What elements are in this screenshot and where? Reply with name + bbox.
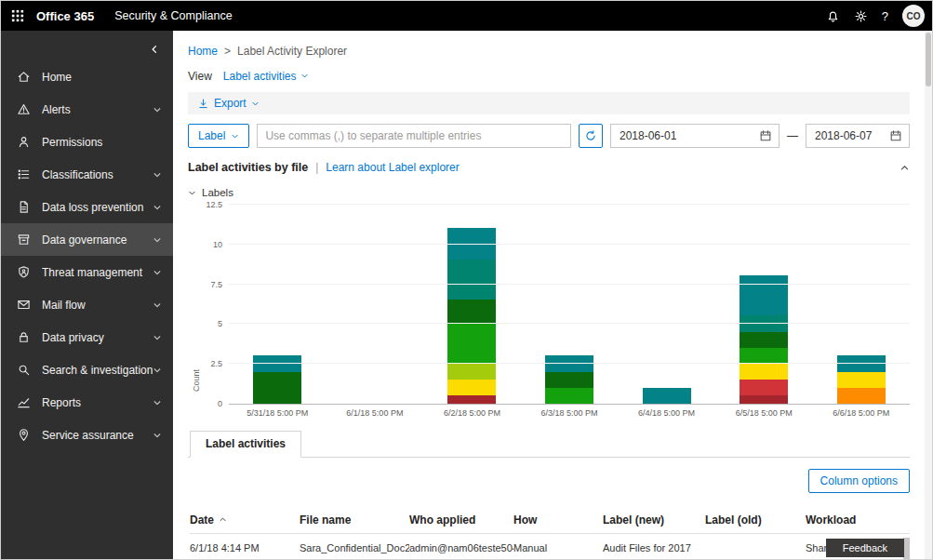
export-label: Export (214, 97, 247, 110)
bar-segment-teal[interactable] (643, 388, 691, 404)
label-filter-dropdown[interactable]: Label (188, 124, 249, 148)
sidebar-item-label: Data governance (42, 233, 153, 247)
sidebar-item-data-loss-prevention[interactable]: Data loss prevention (1, 191, 173, 223)
sidebar-item-search-investigation[interactable]: Search & investigation (1, 353, 173, 386)
sidebar-item-reports[interactable]: Reports (1, 386, 173, 419)
sidebar-item-label: Data privacy (42, 331, 153, 344)
section-divider: | (315, 161, 318, 174)
bar-segment-teal[interactable] (740, 275, 788, 315)
column-header-workload[interactable]: Workload (806, 513, 910, 527)
labels-toggle-label: Labels (202, 187, 233, 198)
options-row: Column options (188, 469, 910, 493)
settings-gear-icon[interactable] (854, 9, 868, 23)
bar-segment-dark-green[interactable] (740, 332, 788, 348)
sidebar-item-alerts[interactable]: Alerts (1, 93, 173, 126)
table-scrollbar[interactable] (903, 538, 910, 559)
view-dropdown[interactable]: Label activities (223, 70, 309, 83)
column-header-label: How (513, 513, 537, 527)
view-selected-value: Label activities (223, 70, 297, 83)
notifications-bell-icon[interactable] (826, 9, 840, 23)
labels-toggle[interactable]: Labels (188, 186, 910, 199)
bar-segment-dark-green[interactable] (545, 372, 593, 388)
bar-group (812, 205, 910, 404)
bar-segment-orange[interactable] (837, 388, 886, 404)
sidebar-item-label: Threat management (42, 266, 153, 279)
bar-segment-green[interactable] (545, 388, 593, 404)
breadcrumb: Home > Label Activity Explorer (188, 44, 910, 58)
refresh-button[interactable] (579, 124, 603, 148)
bar-segment-green[interactable] (740, 348, 788, 364)
sidebar-item-threat-management[interactable]: Threat management (1, 256, 173, 288)
table-row[interactable]: 6/1/18 4:14 PMSara_Confidential_Doc2 - .… (190, 534, 910, 559)
x-axis-labels: 5/31/18 5:00 PM6/1/18 5:00 PM6/2/18 5:00… (229, 408, 910, 420)
bar-segment-yellow[interactable] (837, 372, 886, 388)
bar-segment-sea-green[interactable] (447, 260, 496, 300)
chevron-down-icon (153, 431, 162, 440)
sidebar-item-home[interactable]: Home (1, 60, 173, 93)
export-button[interactable]: Export (197, 97, 260, 110)
column-header-label: Label (old) (705, 513, 762, 527)
sidebar-collapse-row (1, 31, 173, 60)
sidebar-item-permissions[interactable]: Permissions (1, 126, 173, 158)
chevron-down-icon (231, 132, 239, 140)
learn-about-label-explorer-link[interactable]: Learn about Label explorer (326, 161, 459, 174)
gridline (229, 244, 910, 245)
start-date-picker[interactable]: 2018-06-01 (610, 124, 780, 148)
calendar-icon[interactable] (759, 129, 772, 142)
bar-segment-dark-red[interactable] (447, 395, 496, 404)
assurance-pin-icon (17, 428, 31, 442)
sidebar-item-mail-flow[interactable]: Mail flow (1, 288, 173, 321)
calendar-icon[interactable] (889, 129, 902, 142)
bar-segment-dark-red[interactable] (740, 395, 788, 404)
bar-segment-yellow[interactable] (447, 380, 496, 395)
user-avatar[interactable]: CO (902, 5, 925, 27)
column-header-file-name[interactable]: File name (300, 513, 409, 527)
column-header-label-old[interactable]: Label (old) (705, 513, 806, 527)
help-button[interactable]: ? (882, 9, 888, 23)
end-date-picker[interactable]: 2018-06-07 (806, 124, 910, 148)
feedback-button[interactable]: Feedback (826, 539, 904, 557)
column-options-button[interactable]: Column options (808, 469, 910, 493)
sidebar-item-classifications[interactable]: Classifications (1, 158, 173, 191)
bar-segment-green[interactable] (447, 324, 496, 364)
sidebar-item-data-governance[interactable]: Data governance (1, 223, 173, 256)
threat-shield-icon (17, 265, 31, 279)
view-selector-row: View Label activities (188, 69, 910, 83)
sidebar-item-service-assurance[interactable]: Service assurance (1, 419, 173, 451)
x-axis-label: 6/6/18 5:00 PM (812, 408, 910, 420)
command-bar: Export (188, 92, 910, 114)
sidebar-item-label: Data loss prevention (42, 201, 153, 214)
waffle-icon (11, 9, 24, 22)
column-header-date[interactable]: Date (190, 513, 300, 527)
table-scrollbar-thumb[interactable] (903, 538, 910, 559)
sidebar-item-data-privacy[interactable]: Data privacy (1, 321, 173, 353)
x-axis-label: 6/5/18 5:00 PM (715, 408, 813, 420)
column-header-who-applied[interactable]: Who applied (409, 513, 513, 527)
page-scrollbar-thumb[interactable] (926, 33, 931, 87)
bar-segment-dark-green[interactable] (253, 372, 301, 404)
search-icon (17, 363, 31, 377)
column-header-label-new[interactable]: Label (new) (603, 513, 705, 527)
chevron-down-icon (153, 235, 162, 245)
column-header-label: Who applied (409, 513, 475, 527)
x-axis-label: 6/1/18 5:00 PM (327, 408, 424, 420)
sidebar-collapse-button[interactable] (149, 44, 160, 55)
gridline (229, 204, 910, 205)
chevron-down-icon (188, 189, 196, 197)
breadcrumb-home-link[interactable]: Home (188, 45, 218, 58)
bar-segment-yellow-green[interactable] (447, 364, 496, 380)
y-tick-label: 5 (192, 319, 222, 328)
y-tick-label: 0 (192, 399, 222, 408)
privacy-lock-icon (17, 330, 31, 344)
column-header-how[interactable]: How (513, 513, 603, 527)
classifications-icon (17, 167, 31, 181)
office-365-brand[interactable]: Office 365 (34, 9, 109, 23)
bar-segment-yellow[interactable] (740, 364, 788, 380)
tab-label-activities[interactable]: Label activities (190, 431, 301, 458)
section-collapse-button[interactable] (900, 163, 910, 173)
app-launcher-button[interactable] (1, 1, 34, 31)
page-scrollbar[interactable] (925, 31, 932, 559)
bar-segment-dark-green[interactable] (447, 300, 496, 324)
bar-segment-red[interactable] (740, 380, 788, 395)
filter-input[interactable] (257, 124, 571, 148)
